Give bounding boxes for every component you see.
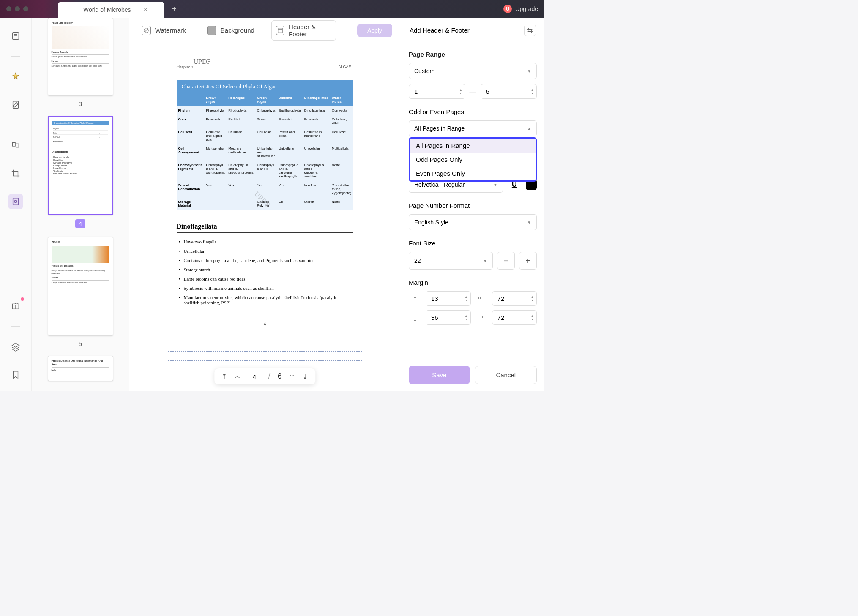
reader-tool-icon[interactable] [8, 28, 23, 44]
layers-icon[interactable] [8, 339, 23, 354]
page-number-format-label: Page Number Format [409, 202, 537, 209]
page-navigator: ⤒ ︿ / 6 ﹀ ⤓ [214, 368, 315, 384]
margin-label: Margin [409, 279, 537, 286]
thumbnail-page-4[interactable]: Characteristics Of Selected Phyla Of Alg… [48, 116, 113, 215]
page-footer-number: 4 [177, 322, 353, 327]
thumbnail-number: 5 [79, 340, 82, 347]
margin-bottom-icon: ⭳ [409, 314, 421, 322]
chevron-down-icon: ▼ [527, 69, 531, 74]
add-tab-button[interactable]: + [172, 5, 177, 14]
dino-heading: Dinoflagellata [177, 223, 353, 233]
dropdown-option[interactable]: Even Pages Only [410, 166, 536, 180]
watermark-icon [142, 26, 151, 35]
margin-top-input[interactable]: ▲▼ [426, 291, 471, 306]
list-item: Symbiosis with marine animals such as sh… [179, 286, 353, 291]
svg-point-7 [14, 200, 17, 203]
apply-button[interactable]: Apply [357, 24, 392, 37]
dropdown-option[interactable]: All Pages in Range [410, 139, 536, 153]
spin-up-icon[interactable]: ▲ [459, 88, 462, 91]
svg-rect-6 [13, 198, 19, 205]
range-to-input[interactable]: ▲▼ [481, 84, 537, 99]
odd-even-dropdown: All Pages in RangeOdd Pages OnlyEven Pag… [409, 137, 537, 182]
dino-list: Have two flagellaUnicellularContains chl… [177, 239, 353, 305]
table-title: Characteristics Of Selected Phyla Of Alg… [177, 80, 353, 93]
chevron-up-icon: ▲ [527, 126, 531, 131]
spin-up-icon[interactable]: ▲ [531, 88, 534, 91]
cancel-button[interactable]: Cancel [475, 366, 537, 384]
background-icon [207, 26, 216, 35]
thumbnail-number: 4 [75, 219, 85, 228]
upgrade-label: Upgrade [515, 5, 538, 12]
spin-down-icon[interactable]: ▼ [459, 92, 462, 95]
corner-label: ALGAE [338, 65, 351, 69]
page-tools-icon[interactable] [8, 194, 23, 209]
list-item: Manufactures neurotoxins, which can caus… [179, 295, 353, 305]
thumbnail-number: 3 [79, 100, 82, 107]
spin-down-icon[interactable]: ▼ [531, 92, 534, 95]
page-range-label: Page Range [409, 51, 537, 58]
margin-bottom-input[interactable]: ▲▼ [426, 310, 471, 325]
page-view[interactable]: UPDF Chapter 3 ALGAE Characteristics Of … [129, 43, 401, 391]
panel-title: Add Header & Footer [410, 27, 470, 34]
tab-title: World of Microbes [83, 6, 131, 13]
margin-right-icon: ⭲ [475, 314, 488, 322]
odd-even-select[interactable]: All Pages in Range ▲ [409, 120, 537, 136]
thumbnail-page-5[interactable]: Viruses Viruses And Diseases Many plants… [48, 237, 113, 336]
svg-line-11 [145, 29, 148, 32]
last-page-button[interactable]: ⤓ [303, 373, 308, 380]
increase-font-button[interactable]: + [519, 252, 537, 270]
right-panel: Add Header & Footer Page Range Custom ▼ … [401, 18, 544, 391]
document-page: UPDF Chapter 3 ALGAE Characteristics Of … [168, 52, 362, 361]
thumbnail-page-3[interactable]: Yeast Life History Fungus Example Lorem … [48, 18, 113, 96]
bookmark-icon[interactable] [8, 367, 23, 382]
document-tab[interactable]: World of Microbes × [58, 2, 164, 18]
page-range-mode-select[interactable]: Custom ▼ [409, 63, 537, 79]
margin-right-input[interactable]: ▲▼ [492, 310, 537, 325]
page-number-format-select[interactable]: English Style ▼ [409, 214, 537, 230]
gift-icon[interactable] [8, 298, 23, 313]
thumbnail-panel: Yeast Life History Fungus Example Lorem … [32, 18, 129, 391]
left-toolbar [0, 18, 32, 391]
algae-table: Brown AlgaeRed AlgaeGreen AlgaeDiatomsDi… [177, 93, 353, 210]
list-item: Storage starch [179, 267, 353, 272]
next-page-button[interactable]: ﹀ [289, 373, 295, 380]
close-window-button[interactable] [6, 6, 11, 11]
svg-rect-5 [16, 144, 19, 147]
tab-header-footer[interactable]: Header & Footer [271, 20, 336, 41]
watermark-text: UPDF [194, 58, 211, 65]
margin-left-input[interactable]: ▲▼ [492, 291, 537, 306]
tab-watermark[interactable]: Watermark [137, 23, 190, 38]
range-from-input[interactable]: ▲▼ [409, 84, 465, 99]
thumbnail-page-6[interactable]: Prion's Disease Of Human Inheritance And… [48, 356, 113, 381]
upgrade-button[interactable]: U Upgrade [503, 5, 538, 13]
upgrade-badge-icon: U [503, 5, 512, 13]
tool-tabs: Watermark Background Header & Footer App… [129, 18, 401, 43]
current-page-input[interactable] [248, 373, 261, 380]
first-page-button[interactable]: ⤒ [222, 373, 227, 380]
organize-tool-icon[interactable] [8, 138, 23, 153]
close-tab-icon[interactable]: × [144, 6, 148, 14]
chevron-down-icon: ▼ [493, 183, 497, 187]
list-item: Contains chlorophyll a and c, carotene, … [179, 258, 353, 263]
dropdown-option[interactable]: Odd Pages Only [410, 153, 536, 166]
prev-page-button[interactable]: ︿ [235, 373, 240, 380]
font-size-label: Font Size [409, 240, 537, 247]
svg-rect-12 [278, 28, 283, 33]
maximize-window-button[interactable] [23, 6, 28, 11]
save-button[interactable]: Save [409, 366, 470, 384]
font-size-select[interactable]: 22 ▼ [409, 252, 493, 270]
margin-top-icon: ⭱ [409, 295, 421, 303]
swap-layout-icon[interactable] [524, 25, 536, 36]
total-pages: 6 [278, 373, 281, 380]
svg-rect-4 [13, 143, 15, 146]
comment-tool-icon[interactable] [8, 69, 23, 84]
chevron-down-icon: ▼ [483, 259, 487, 263]
minimize-window-button[interactable] [15, 6, 20, 11]
odd-even-label: Odd or Even Pages [409, 108, 537, 115]
edit-tool-icon[interactable] [8, 97, 23, 112]
crop-tool-icon[interactable] [8, 166, 23, 181]
tab-background[interactable]: Background [203, 23, 259, 38]
margin-left-icon: ⭰ [475, 295, 488, 303]
header-footer-icon [276, 26, 284, 35]
decrease-font-button[interactable]: − [497, 252, 515, 270]
